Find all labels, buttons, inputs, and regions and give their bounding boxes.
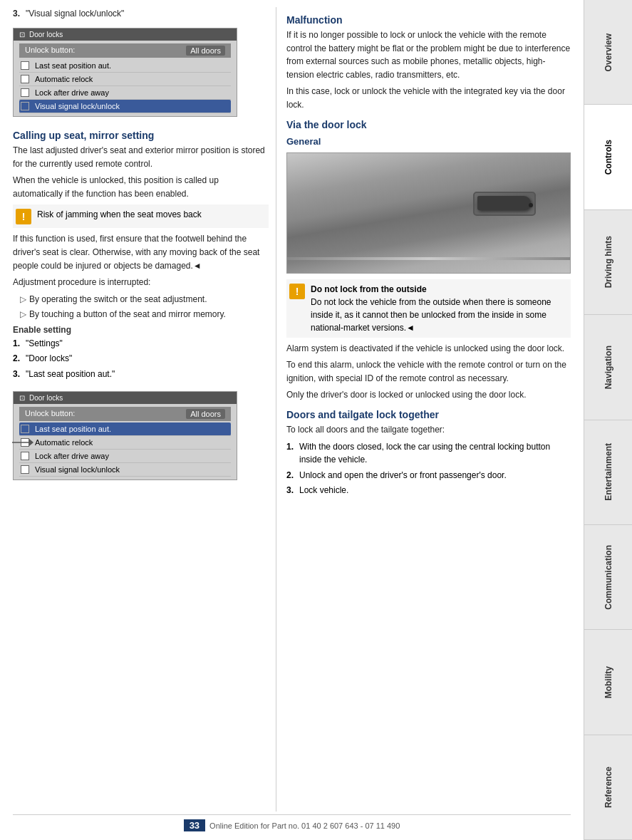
sidebar-item-navigation-label: Navigation [603,346,613,389]
door-step2-text: Unlock and open the driver's or front pa… [299,469,507,482]
svg-marker-1 [29,439,33,446]
sidebar-item-navigation[interactable]: Navigation [584,315,632,420]
bullet-arrow-1: ▷ [20,293,26,306]
screen1-row-3-highlighted: Visual signal lock/unlock [19,100,231,113]
door-keyhole [529,203,533,207]
screen1-checkbox-3 [21,102,29,110]
section-calling-heading: Calling up seat, mirror setting [13,130,269,141]
item-number-3: 3. [13,7,23,20]
sidebar-item-communication-label: Communication [603,545,613,610]
sidebar-item-reference[interactable]: Reference [584,735,632,840]
screen2-icon: ⊡ [19,394,25,402]
door-step2: 2. Unlock and open the driver's or front… [286,469,571,482]
sidebar-item-entertainment[interactable]: Entertainment [584,420,632,525]
screen2-row-text-1: Automatic relock [35,438,93,447]
screen1-body: Unlock button: All doors Last seat posit… [14,41,237,116]
door-step1-text: With the doors closed, lock the car usin… [299,440,571,467]
left-para4: Adjustment procedure is interrupted: [13,276,269,289]
step1-text: "Settings" [26,337,63,351]
bullet1: ▷ By operating the switch or the seat ad… [13,293,269,306]
page-bar: 33 Online Edition for Part no. 01 40 2 6… [13,814,571,833]
warning2-title: Do not lock from the outside [311,284,427,294]
step1: 1. "Settings" [13,337,269,351]
door-image-inner [287,153,570,273]
warning1-text: Risk of jamming when the seat moves back [37,208,202,221]
step2: 2. "Door locks" [13,352,269,365]
warning2-icon: ! [289,284,305,299]
bullet-arrow-2: ▷ [20,308,26,321]
left-para3: If this function is used, first ensure t… [13,232,269,272]
screen2-header: ⊡ Door locks [14,392,237,404]
screen2-unlock-label: Unlock button: [25,409,75,419]
enable-setting-heading: Enable setting [13,325,269,335]
screen1-row-text-2: Lock after drive away [35,88,109,97]
bullet1-text: By operating the switch or the seat adju… [29,293,207,306]
bullet2-text: By touching a button of the seat and mir… [29,308,226,321]
sidebar: Overview Controls Driving hints Navigati… [584,0,632,840]
step3-text: "Last seat position aut." [26,368,115,381]
malfunction-para1: If it is no longer possible to lock or u… [286,28,571,81]
screen1-header: ⊡ Door locks [14,28,237,41]
sidebar-item-entertainment-label: Entertainment [603,443,613,501]
main-content: 3. "Visual signal lock/unlock" ⊡ Door lo… [0,0,584,840]
screen1-row-0: Last seat position aut. [19,59,231,73]
left-column: 3. "Visual signal lock/unlock" ⊡ Door lo… [13,7,276,812]
screen1-unlock-value: All doors [186,46,225,56]
warning1-icon: ! [16,209,31,224]
alarm-para1: Alarm system is deactivated if the vehic… [286,342,571,356]
screen2-row-1: Automatic relock [19,436,231,450]
warning2-box: ! Do not lock from the outside Do not lo… [286,279,571,338]
page-number: 33 [184,819,205,831]
screen2-row-text-0: Last seat position aut. [35,425,111,433]
door-step3-num: 3. [286,484,296,497]
step3-num: 3. [13,368,23,381]
sidebar-item-overview[interactable]: Overview [584,0,632,105]
sidebar-item-driving-hints[interactable]: Driving hints [584,210,632,315]
screen1-icon: ⊡ [19,31,25,38]
screen1-row-text-3: Visual signal lock/unlock [35,102,120,110]
screen2-unlock-value: All doors [186,409,225,419]
screen2-container: ⊡ Door locks Unlock button: All doors La… [13,385,269,486]
screen1-checkbox-0 [21,61,29,70]
screen1-row-text-1: Automatic relock [35,75,93,83]
screen2-arrow-indicator [12,436,33,449]
sidebar-item-mobility-label: Mobility [603,666,613,698]
step2-text: "Door locks" [26,352,72,365]
alarm-para3: Only the driver's door is locked or unlo… [286,388,571,402]
screen2-checkbox-3 [21,465,29,474]
sidebar-item-reference-label: Reference [603,767,613,808]
step3: 3. "Last seat position aut." [13,368,269,381]
screen2-unlock-bar: Unlock button: All doors [19,407,231,421]
doors-tailgate-heading: Doors and tailgate lock together [286,409,571,420]
sidebar-item-mobility[interactable]: Mobility [584,630,632,735]
sidebar-item-controls[interactable]: Controls [584,105,632,209]
screen2: ⊡ Door locks Unlock button: All doors La… [13,391,237,480]
screen1-container: ⊡ Door locks Unlock button: All doors La… [13,22,269,123]
screen1-row-2: Lock after drive away [19,86,231,100]
malfunction-heading: Malfunction [286,14,571,26]
screen1-unlock-label: Unlock button: [25,46,75,56]
screen1-unlock-bar: Unlock button: All doors [19,43,231,58]
screen1-row-1: Automatic relock [19,73,231,86]
general-heading: General [286,136,571,147]
left-para2: When the vehicle is unlocked, this posit… [13,174,269,200]
sidebar-item-overview-label: Overview [603,33,613,71]
screen2-body: Unlock button: All doors Last seat posit… [14,404,237,479]
screen2-row-3: Visual signal lock/unlock [19,463,231,477]
door-step3: 3. Lock vehicle. [286,484,571,497]
screen1-checkbox-1 [21,75,29,83]
door-chrome-strip [287,257,570,260]
item-3-text: "Visual signal lock/unlock" [26,7,124,20]
alarm-para2: To end this alarm, unlock the vehicle wi… [286,358,571,385]
warning2-body: Do not lock the vehicle from the outside… [311,297,551,333]
sidebar-item-communication[interactable]: Communication [584,525,632,630]
screen2-checkbox-2 [21,452,29,460]
step1-num: 1. [13,337,23,351]
screen2-row-text-2: Lock after drive away [35,452,109,460]
malfunction-para2: In this case, lock or unlock the vehicle… [286,85,571,111]
screen2-row-0-highlighted: Last seat position aut. [19,422,231,436]
online-edition: Online Edition for Part no. 01 40 2 607 … [209,821,400,830]
door-step3-text: Lock vehicle. [299,484,348,497]
step2-num: 2. [13,352,23,365]
right-column: Malfunction If it is no longer possible … [276,7,571,812]
